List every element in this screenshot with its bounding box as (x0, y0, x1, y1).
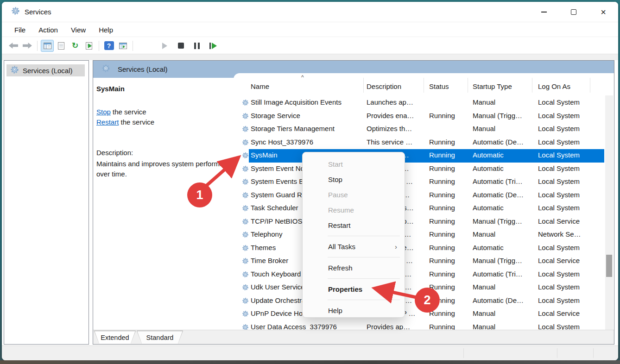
service-gear-icon (242, 99, 249, 106)
service-gear-icon (242, 231, 249, 238)
service-gear-icon (242, 284, 249, 291)
stop-link-suffix: the service (111, 108, 146, 116)
window-title: Services (25, 8, 51, 16)
context-menu-item-refresh[interactable]: Refresh (303, 260, 405, 276)
gear-slot (242, 165, 249, 174)
context-menu-separator (328, 257, 400, 257)
menu-view[interactable]: View (66, 25, 91, 35)
tree-item-services-local[interactable]: Services (Local) (6, 64, 85, 76)
restart-service-link[interactable]: Restart (96, 118, 119, 126)
cell-log-on-as: Local System (538, 283, 590, 291)
refresh-toolbar-button[interactable]: ↻ (69, 40, 82, 52)
desktop-taskbar-strip (0, 360, 620, 364)
table-row[interactable]: Storage Tiers Management Optimizes th… M… (234, 123, 614, 136)
forward-button[interactable] (21, 40, 34, 52)
back-button[interactable] (7, 40, 20, 52)
context-menu-item-help[interactable]: Help (303, 303, 405, 318)
pane-header-label: Services (Local) (118, 65, 168, 73)
table-row[interactable]: Still Image Acquisition Events Launches … (234, 96, 614, 110)
cell-status: Running (429, 177, 468, 185)
tree-item-label: Services (Local) (23, 67, 73, 75)
properties-toolbar-button[interactable] (55, 40, 68, 52)
cell-status: Running (429, 270, 468, 278)
cell-status: Running (429, 204, 468, 212)
stop-service-link[interactable]: Stop (96, 108, 111, 116)
submenu-chevron-icon: › (395, 239, 397, 254)
status-bar-separator (593, 348, 594, 358)
column-header-log-on-as[interactable]: Log On As (538, 82, 570, 90)
column-header-name[interactable]: Name (251, 82, 269, 90)
cell-startup-type: Automatic (473, 204, 531, 212)
start-service-button[interactable] (158, 40, 171, 52)
cell-status: Running (429, 296, 468, 304)
minimize-button[interactable] (529, 2, 559, 22)
table-row[interactable]: Udk User Service_3379976 Shell compo… Ru… (234, 281, 614, 295)
context-menu-item-stop[interactable]: Stop (303, 172, 405, 187)
table-row[interactable]: Update Orchestrator Service Manages Wi… … (234, 295, 614, 308)
vertical-scrollbar[interactable] (605, 95, 613, 331)
cell-startup-type: Manual (473, 125, 531, 132)
restart-service-button[interactable] (207, 40, 220, 52)
table-row[interactable]: Time Broker Coordinates … Running Manual… (234, 255, 614, 268)
service-action-links: Stop the service Restart the service (96, 107, 154, 127)
pause-service-button[interactable] (190, 40, 203, 52)
scrollbar-thumb[interactable] (606, 255, 612, 277)
toolbar-separator (133, 41, 133, 51)
cell-log-on-as: Local System (538, 125, 590, 132)
maximize-button[interactable] (559, 2, 588, 22)
table-row[interactable]: Touch Keyboard and Handw… Enables Tou… R… (234, 268, 614, 282)
tab-standard[interactable]: Standard (137, 331, 183, 344)
menu-help[interactable]: Help (94, 25, 118, 35)
cell-name: Sync Host_3379976 (251, 138, 361, 146)
extended-view-button[interactable] (116, 40, 129, 52)
stop-service-icon (178, 43, 184, 49)
table-row[interactable]: System Event Notification S… Monitors sy… (234, 163, 614, 176)
cell-startup-type: Manual (Trigg… (473, 257, 531, 264)
tab-extended[interactable]: Extended (94, 331, 136, 344)
column-separator[interactable] (363, 78, 364, 93)
close-button[interactable]: × (588, 2, 618, 22)
table-row[interactable]: SysMain Maintains a… Running Automatic L… (234, 149, 614, 163)
column-separator[interactable] (424, 78, 424, 93)
context-menu-item-all-tasks[interactable]: All Tasks› (303, 239, 405, 254)
services-gear-icon (101, 64, 110, 74)
cell-description: Launches ap… (367, 98, 421, 106)
gear-slot (242, 284, 249, 292)
menu-file[interactable]: File (9, 25, 31, 35)
table-row[interactable]: Themes Provides use… Running Automatic L… (234, 242, 614, 255)
gear-slot (242, 231, 249, 239)
gear-slot (242, 310, 249, 319)
cell-startup-type: Manual (473, 283, 531, 291)
table-row[interactable]: Telephony Provides Tel… Running Manual N… (234, 228, 614, 242)
table-row[interactable]: UPnP Device Host Allows UPnP … Running M… (234, 308, 614, 321)
table-row[interactable]: Storage Service Provides ena… Running Ma… (234, 110, 614, 123)
table-row[interactable]: System Events Broker Coordinates … Runni… (234, 176, 614, 189)
menu-action[interactable]: Action (33, 25, 63, 35)
cell-name: User Data Access_3379976 (251, 323, 361, 331)
table-row[interactable]: Sync Host_3379976 This service … Running… (234, 136, 614, 150)
show-console-tree-button[interactable] (41, 40, 54, 52)
service-gear-icon (242, 245, 249, 251)
column-header-startup-type[interactable]: Startup Type (473, 82, 512, 90)
column-separator[interactable] (590, 78, 590, 93)
column-separator[interactable] (468, 78, 468, 93)
stop-service-button[interactable] (174, 40, 187, 52)
column-header-status[interactable]: Status (429, 82, 449, 90)
cell-description: Optimizes th… (367, 125, 421, 132)
service-gear-icon (10, 65, 19, 74)
cell-name: Storage Tiers Management (251, 125, 361, 132)
table-row[interactable]: TCP/IP NetBIOS Helper Provides sup… Runn… (234, 215, 614, 229)
gear-slot (242, 192, 249, 200)
context-menu-item-restart[interactable]: Restart (303, 218, 405, 233)
column-separator[interactable] (532, 78, 532, 93)
context-menu-item-pause: Pause (303, 187, 405, 202)
table-row[interactable]: System Guard Runtime Mon… Monitors an… R… (234, 189, 614, 202)
table-row[interactable]: Task Scheduler Enables a us… Running Aut… (234, 202, 614, 215)
service-gear-icon (242, 113, 249, 119)
help-toolbar-button[interactable]: ? (102, 40, 115, 52)
cell-startup-type: Manual (473, 309, 531, 317)
view-tab-strip: Extended Standard (93, 330, 614, 344)
export-list-button[interactable] (82, 40, 95, 52)
column-header-description[interactable]: Description (367, 82, 401, 90)
context-menu-item-properties[interactable]: Properties (303, 282, 405, 297)
